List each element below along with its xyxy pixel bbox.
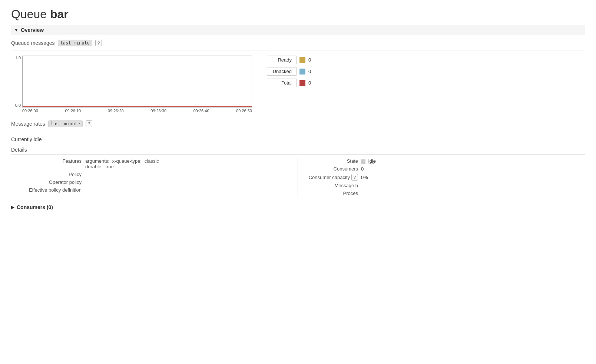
queued-messages-help[interactable]: ? bbox=[95, 40, 102, 46]
consumer-capacity-help[interactable]: ? bbox=[351, 174, 358, 181]
message-rates-title: Message rates last minute ? bbox=[11, 120, 585, 127]
consumers-section: ▶ Consumers (0) bbox=[11, 204, 585, 210]
legend-value-unacked: 0 bbox=[308, 69, 311, 74]
chart-redline bbox=[23, 106, 252, 107]
message-rates-divider bbox=[11, 131, 585, 131]
right-label-consumer-capacity: Consumer capacity ? bbox=[302, 174, 361, 181]
legend-color-unacked bbox=[299, 69, 305, 75]
details-right: State idle Consumers 0 Consumer capacity… bbox=[298, 158, 585, 198]
legend-label-total: Total bbox=[267, 79, 297, 87]
consumers-arrow: ▶ bbox=[11, 205, 14, 210]
queued-messages-divider bbox=[11, 50, 585, 50]
right-value-state: idle bbox=[361, 158, 376, 164]
details-header: Details bbox=[11, 147, 585, 155]
overview-label: Overview bbox=[21, 27, 44, 33]
state-dot bbox=[361, 159, 365, 164]
right-row-consumer-capacity: Consumer capacity ? 0% bbox=[302, 174, 585, 181]
queued-messages-badge: last minute bbox=[58, 40, 92, 46]
chart-box bbox=[22, 56, 252, 107]
consumers-label: Consumers (0) bbox=[17, 204, 53, 210]
message-rates-help[interactable]: ? bbox=[86, 120, 92, 127]
details-table: Features arguments: x-queue-type: classi… bbox=[11, 158, 585, 198]
message-rates-badge: last minute bbox=[48, 120, 83, 127]
legend-item-ready: Ready 0 bbox=[267, 56, 326, 64]
details-section: Details Features arguments: x-queue-type… bbox=[11, 147, 585, 198]
currently-idle: Currently idle bbox=[11, 136, 585, 142]
chart-y-axis: 1.0 0.0 bbox=[11, 56, 22, 107]
legend-color-total bbox=[299, 80, 305, 86]
legend-value-ready: 0 bbox=[308, 57, 311, 63]
details-left: Features arguments: x-queue-type: classi… bbox=[11, 158, 298, 198]
chart-column: 1.0 0.0 09:26:00 09:26:10 09:26:20 09:26… bbox=[11, 56, 252, 113]
detail-row-policy: Policy bbox=[11, 172, 298, 177]
right-label-state: State bbox=[302, 158, 361, 164]
detail-value-features: arguments: x-queue-type: classic durable… bbox=[85, 158, 159, 169]
detail-row-effective-policy: Effective policy definition bbox=[11, 187, 298, 193]
right-row-message-b: Message b bbox=[302, 183, 585, 188]
overview-arrow: ▼ bbox=[14, 27, 19, 33]
right-label-process: Proces bbox=[302, 191, 361, 196]
legend-value-total: 0 bbox=[308, 80, 311, 86]
right-value-consumer-capacity: 0% bbox=[361, 175, 368, 180]
chart-legend: Ready 0 Unacked 0 Total 0 bbox=[267, 56, 326, 87]
detail-label-policy: Policy bbox=[11, 172, 85, 177]
detail-label-effective-policy: Effective policy definition bbox=[11, 187, 85, 193]
right-row-consumers: Consumers 0 bbox=[302, 166, 585, 172]
consumers-section-header[interactable]: ▶ Consumers (0) bbox=[11, 204, 585, 210]
detail-row-operator-policy: Operator policy bbox=[11, 179, 298, 185]
detail-row-features: Features arguments: x-queue-type: classi… bbox=[11, 158, 298, 169]
legend-item-total: Total 0 bbox=[267, 79, 326, 87]
right-row-process: Proces bbox=[302, 191, 585, 196]
legend-item-unacked: Unacked 0 bbox=[267, 67, 326, 76]
right-label-consumers: Consumers bbox=[302, 166, 361, 172]
overview-section-header[interactable]: ▼ Overview bbox=[11, 25, 585, 35]
message-rates-section: Message rates last minute ? Currently id… bbox=[11, 120, 585, 142]
right-row-state: State idle bbox=[302, 158, 585, 164]
right-label-message-b: Message b bbox=[302, 183, 361, 188]
legend-label-ready: Ready bbox=[267, 56, 297, 64]
detail-label-features: Features bbox=[11, 158, 85, 164]
queued-messages-title: Queued messages last minute ? bbox=[11, 40, 585, 46]
chart-x-labels: 09:26:00 09:26:10 09:26:20 09:26:30 09:2… bbox=[22, 109, 252, 113]
page-title: Queue bar bbox=[11, 7, 585, 21]
detail-label-operator-policy: Operator policy bbox=[11, 179, 85, 185]
right-value-consumers: 0 bbox=[361, 166, 364, 172]
chart-wrapper: 1.0 0.0 bbox=[11, 56, 252, 107]
chart-legend-container: 1.0 0.0 09:26:00 09:26:10 09:26:20 09:26… bbox=[11, 56, 585, 113]
legend-label-unacked: Unacked bbox=[267, 67, 297, 76]
legend-color-ready bbox=[299, 57, 305, 63]
